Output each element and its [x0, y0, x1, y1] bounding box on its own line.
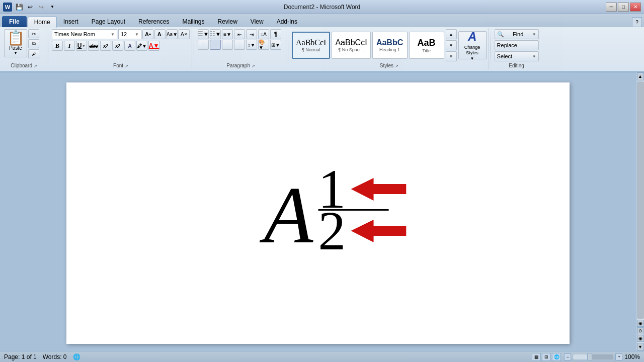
style-title-button[interactable]: AaB Title	[409, 32, 444, 59]
page-info: Page: 1 of 1	[4, 353, 37, 360]
find-arrow: ▼	[532, 32, 536, 37]
styles-label: Styles ↗	[290, 62, 489, 68]
change-styles-arrow: ▼	[470, 56, 474, 61]
style-no-spacing-preview: AaBbCcI	[335, 38, 367, 47]
style-no-spacing-button[interactable]: AaBbCcI ¶ No Spaci...	[332, 32, 370, 59]
title-bar-left: W 💾 ↩ ↪ ▼	[3, 2, 57, 12]
font-name-dropdown[interactable]: Times New Rom ▼	[52, 29, 117, 39]
close-button[interactable]: ✕	[630, 3, 641, 12]
print-layout-button[interactable]: ▦	[532, 353, 541, 361]
strikethrough-button[interactable]: abc	[88, 41, 99, 51]
tab-home[interactable]: Home	[28, 17, 57, 28]
zoom-in-button[interactable]: +	[615, 353, 622, 360]
document-page[interactable]: A 1	[66, 82, 570, 344]
shrink-font-button[interactable]: A-	[154, 29, 166, 39]
find-label: Find	[513, 31, 523, 37]
copy-button[interactable]: ⧉	[28, 39, 39, 48]
styles-more-button[interactable]: ≡	[446, 51, 457, 61]
shading-button[interactable]: 🎨▼	[258, 40, 269, 50]
borders-button[interactable]: ⊞▼	[270, 40, 281, 50]
change-styles-button[interactable]: A ChangeStyles ▼	[458, 31, 487, 59]
tab-insert[interactable]: Insert	[57, 16, 85, 27]
justify-button[interactable]: ≡	[234, 40, 245, 50]
decrease-indent-button[interactable]: ⇤	[234, 29, 245, 39]
bold-button[interactable]: B	[52, 41, 63, 51]
highlight-button[interactable]: 🖍▼	[136, 41, 147, 51]
align-right-button[interactable]: ≡	[222, 40, 233, 50]
line-spacing-button[interactable]: ↕▼	[246, 40, 257, 50]
subscript-button[interactable]: x2	[100, 41, 111, 51]
underline-button[interactable]: U▼	[76, 41, 87, 51]
style-title-preview: AaB	[418, 38, 436, 48]
scroll-next-page-button[interactable]: ◉	[637, 335, 644, 342]
scroll-select-button[interactable]: ⊙	[637, 327, 644, 334]
styles-scroll-up-button[interactable]: ▲	[446, 29, 457, 39]
divider-2	[194, 28, 194, 69]
undo-button[interactable]: ↩	[25, 2, 35, 12]
scroll-up-button[interactable]: ▲	[637, 72, 644, 80]
font-group: Times New Rom ▼ 12 ▼ A+ A- Aa▼ A✕	[50, 28, 192, 69]
change-styles-icon: A	[468, 30, 476, 44]
increase-indent-button[interactable]: ⇥	[246, 29, 257, 39]
style-normal-button[interactable]: AaBbCcI ¶ Normal	[292, 32, 330, 59]
quick-access-toolbar: 💾 ↩ ↪ ▼	[14, 2, 57, 12]
clear-format-button[interactable]: A✕	[179, 29, 190, 39]
bullets-button[interactable]: ☰▼	[198, 29, 209, 39]
align-left-button[interactable]: ≡	[198, 40, 209, 50]
minimize-button[interactable]: ─	[606, 3, 617, 12]
clipboard-group: 📋 Paste ▼ ✂ ⧉ 🖌 Clipboard ↗	[2, 28, 46, 69]
tab-view[interactable]: View	[244, 16, 270, 27]
sort-button[interactable]: ↕A	[258, 29, 269, 39]
scroll-thumb[interactable]	[637, 81, 644, 319]
status-left: Page: 1 of 1 Words: 0 🌐	[4, 353, 80, 360]
web-layout-button[interactable]: 🌐	[552, 353, 561, 361]
replace-button[interactable]: Replace	[495, 40, 539, 50]
tab-file[interactable]: File	[2, 16, 27, 27]
show-marks-button[interactable]: ¶	[270, 29, 281, 39]
select-button[interactable]: Select ▼	[495, 51, 539, 61]
ribbon: File Home Insert Page Layout References …	[0, 14, 644, 72]
tab-references[interactable]: References	[132, 16, 176, 27]
zoom-slider[interactable]	[573, 354, 613, 359]
style-no-spacing-label: ¶ No Spaci...	[338, 47, 364, 52]
full-screen-button[interactable]: ⊞	[542, 353, 551, 361]
tab-page-layout[interactable]: Page Layout	[85, 16, 132, 27]
tab-add-ins[interactable]: Add-Ins	[270, 16, 304, 27]
font-color-button[interactable]: A▼	[148, 41, 159, 51]
select-arrow: ▼	[532, 54, 536, 59]
content-area: A 1	[0, 72, 644, 351]
italic-button[interactable]: I	[64, 41, 75, 51]
numbering-button[interactable]: ☷▼	[210, 29, 221, 39]
ribbon-expand-button[interactable]: ?	[632, 17, 642, 27]
clipboard-label: Clipboard ↗	[2, 62, 46, 68]
find-button[interactable]: 🔍 Find ▼	[495, 29, 539, 39]
scroll-prev-page-button[interactable]: ◉	[637, 320, 644, 327]
style-heading1-preview: AaBbC	[376, 38, 403, 47]
superscript-button[interactable]: x2	[112, 41, 123, 51]
tab-review[interactable]: Review	[211, 16, 244, 27]
zoom-thumb[interactable]	[587, 353, 592, 361]
title-bar-controls: ─ □ ✕	[606, 3, 641, 12]
cut-button[interactable]: ✂	[28, 29, 39, 38]
save-button[interactable]: 💾	[14, 2, 24, 12]
styles-scroll-down-button[interactable]: ▼	[446, 40, 457, 50]
tab-mailings[interactable]: Mailings	[176, 16, 211, 27]
change-case-button[interactable]: Aa▼	[167, 29, 178, 39]
align-center-button[interactable]: ≡	[210, 40, 221, 50]
zoom-out-button[interactable]: −	[564, 353, 571, 360]
paragraph-label: Paragraph ↗	[196, 62, 286, 68]
format-painter-button[interactable]: 🖌	[28, 49, 39, 58]
grow-font-button[interactable]: A+	[142, 29, 153, 39]
paste-button[interactable]: 📋 Paste ▼	[4, 29, 27, 57]
title-bar: W 💾 ↩ ↪ ▼ Document2 - Microsoft Word ─ □…	[0, 0, 644, 14]
multilevel-button[interactable]: ≡▼	[222, 29, 233, 39]
customize-quick-access-button[interactable]: ▼	[47, 2, 57, 12]
scroll-down-button[interactable]: ▼	[637, 343, 644, 351]
style-heading1-button[interactable]: AaBbC Heading 1	[372, 32, 408, 59]
paste-dropdown-arrow: ▼	[14, 51, 18, 55]
font-size-dropdown[interactable]: 12 ▼	[118, 29, 141, 39]
title-bar-title: Document2 - Microsoft Word	[284, 4, 361, 11]
text-effects-button[interactable]: A	[124, 41, 135, 51]
redo-button[interactable]: ↪	[36, 2, 46, 12]
maximize-button[interactable]: □	[618, 3, 629, 12]
